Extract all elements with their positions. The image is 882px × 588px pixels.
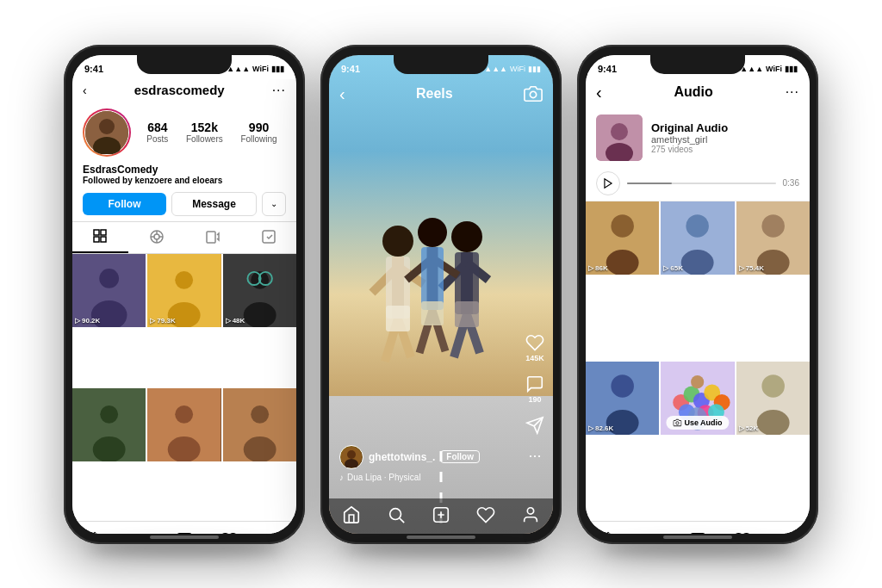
phone-2: 9:41 ▲▲▲ WiFi ▮▮▮ ‹ Reels — [320, 45, 562, 544]
friend2-name[interactable]: eloears — [192, 176, 222, 185]
svg-point-107 — [756, 410, 789, 435]
svg-rect-63 — [421, 247, 444, 310]
svg-point-41 — [382, 226, 413, 257]
svg-point-1 — [99, 119, 115, 134]
reels-wifi-icon: WiFi — [510, 65, 525, 73]
play-icon-3: ▷ — [226, 317, 231, 325]
nav-heart-1[interactable] — [214, 529, 245, 534]
battery-icon-1: ▮▮▮ — [271, 65, 284, 73]
svg-rect-13 — [207, 232, 215, 243]
audio-title: Audio — [674, 84, 713, 100]
more-button-1[interactable]: ··· — [272, 83, 286, 98]
following-count: 990 — [249, 121, 269, 134]
audio-grid-item-2[interactable]: ▷ 65K — [661, 201, 734, 275]
audio-grid-4-views: ▷ 82.6K — [588, 424, 613, 432]
reels-like-action[interactable]: 145K — [525, 333, 544, 362]
grid-item-6[interactable] — [223, 388, 296, 461]
tab-reels[interactable] — [128, 222, 184, 253]
and-label: and — [175, 176, 190, 185]
play-icon-ag1: ▷ — [588, 264, 593, 272]
svg-point-78 — [611, 123, 628, 140]
audio-grid-item-4[interactable]: ▷ 82.6K — [586, 362, 659, 435]
posts-count: 684 — [147, 121, 167, 134]
followed-by-text: Followed by kenzoere and eloears — [83, 176, 286, 185]
reels-more-action[interactable]: ··· — [528, 447, 541, 465]
nav-add-3[interactable] — [682, 529, 713, 534]
svg-point-82 — [611, 214, 634, 238]
audio-grid-item-5[interactable]: Use Audio — [661, 362, 734, 435]
nav-home-3[interactable] — [593, 529, 624, 534]
wifi-icon-3: WiFi — [766, 65, 782, 73]
profile-display-name: EsdrasComedy — [83, 164, 286, 176]
status-icons-3: ▲▲▲ WiFi ▮▮▮ — [740, 65, 798, 73]
svg-rect-14 — [263, 231, 275, 243]
nav-profile-3[interactable] — [772, 529, 803, 534]
nav-search-2[interactable] — [387, 505, 406, 529]
nav-home-2[interactable] — [342, 505, 361, 529]
audio-more-button[interactable]: ··· — [786, 84, 799, 100]
nav-search-3[interactable] — [637, 529, 668, 534]
following-label: Following — [240, 134, 276, 144]
followers-count: 152k — [191, 121, 218, 134]
reels-comment-action[interactable]: 190 — [525, 374, 544, 404]
home-indicator-1 — [150, 535, 219, 539]
play-icon-1: ▷ — [75, 317, 80, 325]
dance-scene — [346, 189, 536, 430]
audio-details: Original Audio amethyst_girl 275 videos — [651, 121, 799, 154]
nav-profile-2[interactable] — [521, 505, 540, 529]
profile-stats-row: 684 Posts 152k Followers 990 Following — [72, 105, 296, 160]
grid-item-2[interactable]: ▷ 79.3K — [147, 254, 220, 327]
svg-point-91 — [611, 374, 634, 398]
followers-stat: 152k Followers — [186, 121, 223, 144]
avatar-image — [85, 111, 128, 154]
play-icon-ag4: ▷ — [588, 424, 593, 432]
nav-search-1[interactable] — [124, 529, 155, 534]
audio-screen: ‹ Audio ··· Original Audio — [586, 79, 810, 534]
nav-add-1[interactable] — [169, 529, 200, 534]
nav-heart-3[interactable] — [727, 529, 758, 534]
reels-back-button[interactable]: ‹ — [339, 84, 345, 104]
play-button[interactable] — [596, 171, 620, 195]
dropdown-button[interactable]: ⌄ — [262, 192, 286, 216]
reels-top-bar: ‹ Reels — [329, 79, 553, 109]
reels-avatar — [339, 445, 363, 469]
tab-tagged[interactable] — [240, 222, 296, 253]
grid-item-1[interactable]: ▷ 90.2K — [72, 254, 146, 327]
play-icon-2: ▷ — [150, 317, 155, 325]
audio-grid-item-1[interactable]: ▷ 86K — [586, 201, 659, 275]
friend1-name[interactable]: kenzoere — [135, 176, 172, 185]
nav-profile-1[interactable] — [258, 529, 289, 534]
svg-point-49 — [451, 221, 482, 252]
audio-grid-item-3[interactable]: ▷ 75.4K — [736, 201, 810, 275]
svg-rect-5 — [94, 237, 99, 242]
tab-igtv[interactable] — [184, 222, 240, 253]
use-audio-button[interactable]: Use Audio — [666, 416, 729, 430]
reels-share-action[interactable] — [525, 416, 544, 435]
battery-icon-3: ▮▮▮ — [785, 65, 798, 73]
grid-item-5[interactable] — [147, 388, 220, 461]
audio-back-button[interactable]: ‹ — [596, 83, 602, 102]
follow-button[interactable]: Follow — [83, 193, 166, 215]
nav-add-2[interactable] — [432, 505, 450, 529]
back-button-1[interactable]: ‹ — [83, 84, 87, 97]
avatar — [83, 108, 131, 157]
reels-follow-button[interactable]: Follow — [440, 450, 480, 463]
reels-actions: 145K 190 ··· — [525, 333, 544, 465]
view-count-2: 79.3K — [157, 317, 175, 325]
bottom-nav-3 — [586, 521, 810, 534]
audio-grid-item-6[interactable]: ▷ 52K — [736, 362, 810, 435]
progress-bar[interactable] — [627, 183, 776, 184]
posts-stat: 684 Posts — [146, 121, 168, 144]
message-button[interactable]: Message — [171, 192, 257, 216]
nav-heart-2[interactable] — [476, 505, 495, 529]
tab-grid[interactable] — [72, 222, 128, 253]
grid-item-4[interactable] — [72, 388, 146, 461]
svg-point-28 — [93, 436, 126, 461]
nav-home-1[interactable] — [79, 529, 110, 534]
views-ag1: 86K — [595, 264, 608, 272]
reels-camera-icon[interactable] — [524, 84, 543, 103]
audio-artist: amethyst_girl — [651, 134, 799, 145]
grid-item-3[interactable]: ▷ 48K — [223, 254, 296, 327]
reels-likes-count: 145K — [525, 354, 544, 362]
svg-rect-3 — [94, 230, 99, 235]
